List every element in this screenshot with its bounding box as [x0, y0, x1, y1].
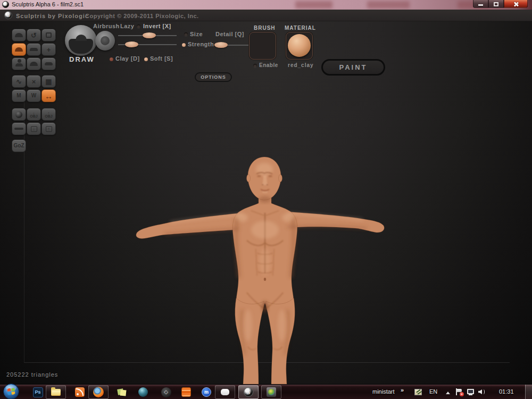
soft-label[interactable]: Soft [S] [150, 55, 173, 62]
taskbar-explorer-button[interactable] [46, 385, 66, 399]
new-plane-button[interactable] [12, 122, 26, 135]
options-button[interactable]: OPTIONS [195, 72, 232, 82]
tool-draw-button[interactable] [12, 43, 26, 56]
size-radio[interactable] [184, 32, 188, 36]
material-section-label: MATERIAL [285, 25, 316, 31]
sound-wave [482, 389, 485, 394]
tool-smooth-button[interactable] [41, 57, 56, 70]
flatten-icon [30, 48, 38, 51]
ministart-toolbar[interactable]: ministart [372, 388, 395, 395]
export-obj-icon: ↑OBJ [45, 111, 52, 118]
paint-button[interactable]: PAINT [321, 59, 385, 76]
folder-icon [51, 389, 61, 396]
sculpted-figure[interactable] [133, 150, 388, 384]
tool-pinch-button[interactable] [12, 57, 26, 70]
save-button[interactable]: ↓ [27, 122, 41, 135]
strength-slider-handle[interactable] [125, 41, 138, 47]
tool-subdivide-button[interactable]: ▦ [41, 75, 56, 88]
draw-brush-icon[interactable] [65, 25, 97, 56]
taskbar-unity-button[interactable]: ◇ [156, 385, 176, 399]
tool-reduce-brush-button[interactable]: × [27, 75, 41, 88]
symmetry-icon: ↔ [45, 92, 53, 100]
smooth-icon [45, 62, 53, 65]
tray-notepad-icon[interactable] [414, 389, 422, 395]
minimize-icon [478, 4, 483, 6]
tool-mask-button[interactable]: M [12, 89, 26, 102]
tool-inflate-button[interactable] [27, 57, 41, 70]
speaker-shape [478, 389, 482, 394]
airbrush-button[interactable] [95, 31, 115, 51]
new-sphere-button[interactable] [12, 108, 26, 121]
taskbar-firefox-button[interactable] [88, 385, 109, 399]
title-bar[interactable]: Sculptris Alpha 6 - film2.sc1 [0, 0, 532, 10]
show-desktop-button[interactable] [525, 385, 532, 399]
action-center-icon[interactable]: × [455, 388, 463, 396]
tool-grab-button[interactable]: + [41, 43, 56, 56]
taskbar-sculptris-button[interactable]: S [238, 385, 259, 399]
material-well[interactable] [286, 32, 313, 60]
sphere-icon [15, 111, 22, 118]
aero-blur-artifact [295, 1, 332, 9]
media-app-icon [267, 387, 276, 397]
enable-label[interactable]: Enable [259, 62, 278, 68]
invert-label[interactable]: Invert [X] [143, 23, 171, 29]
clay-label[interactable]: Clay [D] [115, 55, 140, 62]
airbrush-label[interactable]: Airbrush [93, 23, 120, 29]
detail-slider-handle[interactable] [214, 42, 228, 48]
tool-smooth-mesh-button[interactable]: ∿ [12, 75, 26, 88]
tool-rotate-button[interactable]: ↺ [27, 29, 41, 41]
start-button[interactable] [3, 383, 20, 399]
unity-icon: ◇ [161, 387, 171, 397]
strength-label[interactable]: Strength [188, 41, 214, 47]
toolbar-overflow-chevron[interactable]: » [401, 387, 404, 393]
draw-brush-bowl [69, 39, 93, 54]
maximize-button[interactable] [488, 0, 504, 8]
enable-radio[interactable] [253, 64, 257, 68]
export-obj-button[interactable]: ↑OBJ [41, 108, 56, 121]
minimize-button[interactable] [473, 0, 488, 8]
show-hidden-icons-button[interactable] [446, 392, 450, 394]
pinch-icon [15, 61, 23, 66]
brush-section-label: BRUSH [254, 25, 276, 31]
taskbar-notes-button[interactable] [112, 385, 132, 399]
reduce-icon: × [32, 78, 36, 85]
network-icon[interactable] [467, 389, 474, 394]
tool-symmetry-button[interactable]: ↔ [41, 89, 56, 102]
tool-wireframe-button[interactable]: W [27, 89, 41, 102]
feed-icon [75, 387, 85, 397]
orange-app-icon [181, 387, 191, 397]
sticky-notes-icon [117, 388, 127, 396]
taskbar-maxthon-button[interactable]: m [196, 385, 217, 399]
open-button[interactable]: ↑ [41, 122, 56, 135]
detail-slider[interactable] [228, 45, 248, 46]
close-button[interactable] [504, 0, 528, 8]
lazy-label[interactable]: Lazy [120, 23, 134, 29]
brush-texture-well[interactable] [249, 32, 276, 60]
size-slider-handle[interactable] [143, 32, 156, 38]
goz-button[interactable]: GoZ [12, 139, 26, 152]
brand-text: Sculptris by Pixologic [16, 13, 89, 19]
viewport-canvas[interactable]: 205222 triangles DRAW Airbrush Lazy Inve… [0, 21, 532, 384]
soft-radio[interactable] [144, 57, 148, 61]
tool-scale-button[interactable] [41, 29, 56, 41]
taskbar-orange-app-button[interactable] [176, 385, 196, 399]
import-obj-button[interactable]: ↓OBJ [27, 108, 41, 121]
clay-radio[interactable] [110, 57, 113, 61]
invert-radio[interactable] [137, 24, 140, 28]
size-label[interactable]: Size [190, 31, 203, 37]
draw-icon [15, 47, 23, 52]
language-indicator[interactable]: EN [429, 388, 437, 395]
tool-flatten-button[interactable] [27, 43, 41, 56]
tool-crease-button[interactable] [12, 29, 26, 41]
material-name[interactable]: red_clay [288, 62, 314, 68]
crease-icon [15, 33, 23, 37]
volume-icon[interactable] [478, 388, 485, 395]
strength-radio[interactable] [182, 43, 186, 47]
taskbar-chat-button[interactable] [215, 385, 235, 399]
taskbar-sphere-app-button[interactable] [133, 385, 153, 399]
taskbar-media-button[interactable] [261, 385, 281, 399]
clock[interactable]: 01:31 [499, 388, 514, 395]
taskbar-photoshop-button[interactable]: Ps [28, 385, 48, 399]
taskbar-feed-button[interactable] [70, 385, 90, 399]
app-logo-icon [2, 1, 9, 8]
